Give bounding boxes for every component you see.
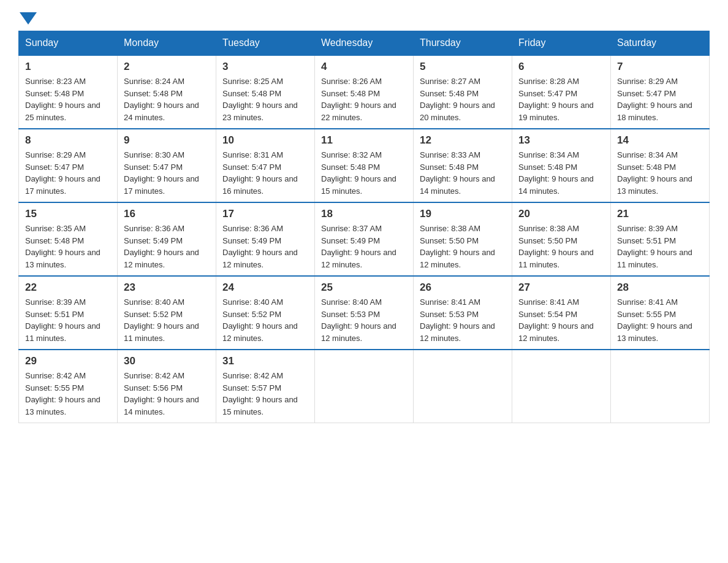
calendar-day-cell: 5 Sunrise: 8:27 AMSunset: 5:48 PMDayligh… xyxy=(414,55,512,129)
day-info: Sunrise: 8:28 AMSunset: 5:47 PMDaylight:… xyxy=(518,77,594,122)
calendar-day-cell: 18 Sunrise: 8:37 AMSunset: 5:49 PMDaylig… xyxy=(315,202,414,276)
day-info: Sunrise: 8:41 AMSunset: 5:53 PMDaylight:… xyxy=(420,297,495,343)
day-info: Sunrise: 8:23 AMSunset: 5:48 PMDaylight:… xyxy=(25,77,100,122)
calendar-week-row: 1 Sunrise: 8:23 AMSunset: 5:48 PMDayligh… xyxy=(19,55,710,129)
day-number: 21 xyxy=(617,208,703,220)
calendar-day-cell: 31 Sunrise: 8:42 AMSunset: 5:57 PMDaylig… xyxy=(216,350,315,423)
day-info: Sunrise: 8:39 AMSunset: 5:51 PMDaylight:… xyxy=(25,297,100,343)
day-info: Sunrise: 8:38 AMSunset: 5:50 PMDaylight:… xyxy=(420,224,495,269)
calendar-day-cell: 17 Sunrise: 8:36 AMSunset: 5:49 PMDaylig… xyxy=(216,202,315,276)
calendar-day-cell: 15 Sunrise: 8:35 AMSunset: 5:48 PMDaylig… xyxy=(19,202,118,276)
day-number: 20 xyxy=(518,208,604,220)
day-info: Sunrise: 8:36 AMSunset: 5:49 PMDaylight:… xyxy=(124,224,199,269)
calendar-day-cell: 19 Sunrise: 8:38 AMSunset: 5:50 PMDaylig… xyxy=(414,202,512,276)
day-number: 3 xyxy=(222,61,308,73)
calendar-day-cell: 21 Sunrise: 8:39 AMSunset: 5:51 PMDaylig… xyxy=(611,202,710,276)
day-number: 22 xyxy=(25,282,111,294)
calendar-day-cell: 14 Sunrise: 8:34 AMSunset: 5:48 PMDaylig… xyxy=(611,129,710,202)
calendar-week-row: 15 Sunrise: 8:35 AMSunset: 5:48 PMDaylig… xyxy=(19,202,710,276)
day-number: 9 xyxy=(124,134,210,147)
calendar-day-cell xyxy=(414,350,512,423)
day-number: 28 xyxy=(617,282,703,294)
day-info: Sunrise: 8:40 AMSunset: 5:52 PMDaylight:… xyxy=(124,297,199,343)
day-number: 4 xyxy=(321,61,407,73)
day-info: Sunrise: 8:38 AMSunset: 5:50 PMDaylight:… xyxy=(518,224,594,269)
day-info: Sunrise: 8:40 AMSunset: 5:53 PMDaylight:… xyxy=(321,297,396,343)
calendar-day-cell: 28 Sunrise: 8:41 AMSunset: 5:55 PMDaylig… xyxy=(611,276,710,350)
day-info: Sunrise: 8:42 AMSunset: 5:56 PMDaylight:… xyxy=(124,371,199,416)
day-info: Sunrise: 8:36 AMSunset: 5:49 PMDaylight:… xyxy=(222,224,298,269)
day-info: Sunrise: 8:39 AMSunset: 5:51 PMDaylight:… xyxy=(617,224,692,269)
day-number: 25 xyxy=(321,282,407,294)
day-number: 26 xyxy=(420,282,506,294)
day-info: Sunrise: 8:37 AMSunset: 5:49 PMDaylight:… xyxy=(321,224,396,269)
calendar-header-friday: Friday xyxy=(512,31,611,56)
calendar-header-sunday: Sunday xyxy=(19,31,118,56)
day-number: 24 xyxy=(222,282,308,294)
day-number: 6 xyxy=(518,61,604,73)
day-info: Sunrise: 8:25 AMSunset: 5:48 PMDaylight:… xyxy=(222,77,298,122)
day-number: 23 xyxy=(124,282,210,294)
calendar-day-cell xyxy=(315,350,414,423)
calendar-table: SundayMondayTuesdayWednesdayThursdayFrid… xyxy=(18,31,710,423)
day-number: 7 xyxy=(617,61,703,73)
day-info: Sunrise: 8:27 AMSunset: 5:48 PMDaylight:… xyxy=(420,77,495,122)
day-number: 19 xyxy=(420,208,506,220)
day-info: Sunrise: 8:32 AMSunset: 5:48 PMDaylight:… xyxy=(321,150,396,196)
logo-triangle-icon xyxy=(20,12,37,25)
calendar-day-cell: 13 Sunrise: 8:34 AMSunset: 5:48 PMDaylig… xyxy=(512,129,611,202)
day-number: 5 xyxy=(420,61,506,73)
day-info: Sunrise: 8:41 AMSunset: 5:55 PMDaylight:… xyxy=(617,297,692,343)
calendar-day-cell xyxy=(611,350,710,423)
day-number: 12 xyxy=(420,134,506,147)
calendar-day-cell: 16 Sunrise: 8:36 AMSunset: 5:49 PMDaylig… xyxy=(118,202,216,276)
calendar-day-cell: 25 Sunrise: 8:40 AMSunset: 5:53 PMDaylig… xyxy=(315,276,414,350)
calendar-header-row: SundayMondayTuesdayWednesdayThursdayFrid… xyxy=(19,31,710,56)
calendar-day-cell: 9 Sunrise: 8:30 AMSunset: 5:47 PMDayligh… xyxy=(118,129,216,202)
day-info: Sunrise: 8:34 AMSunset: 5:48 PMDaylight:… xyxy=(518,150,594,196)
calendar-day-cell xyxy=(512,350,611,423)
day-number: 14 xyxy=(617,134,703,147)
day-number: 10 xyxy=(222,134,308,147)
day-info: Sunrise: 8:35 AMSunset: 5:48 PMDaylight:… xyxy=(25,224,100,269)
calendar-day-cell: 12 Sunrise: 8:33 AMSunset: 5:48 PMDaylig… xyxy=(414,129,512,202)
day-number: 15 xyxy=(25,208,111,220)
day-number: 8 xyxy=(25,134,111,147)
day-info: Sunrise: 8:34 AMSunset: 5:48 PMDaylight:… xyxy=(617,150,692,196)
day-number: 17 xyxy=(222,208,308,220)
logo-blue-text xyxy=(18,12,37,25)
calendar-day-cell: 11 Sunrise: 8:32 AMSunset: 5:48 PMDaylig… xyxy=(315,129,414,202)
calendar-day-cell: 26 Sunrise: 8:41 AMSunset: 5:53 PMDaylig… xyxy=(414,276,512,350)
day-info: Sunrise: 8:42 AMSunset: 5:57 PMDaylight:… xyxy=(222,371,298,416)
calendar-day-cell: 1 Sunrise: 8:23 AMSunset: 5:48 PMDayligh… xyxy=(19,55,118,129)
day-number: 31 xyxy=(222,355,308,367)
calendar-day-cell: 30 Sunrise: 8:42 AMSunset: 5:56 PMDaylig… xyxy=(118,350,216,423)
day-info: Sunrise: 8:42 AMSunset: 5:55 PMDaylight:… xyxy=(25,371,100,416)
page-header xyxy=(18,12,710,25)
calendar-week-row: 8 Sunrise: 8:29 AMSunset: 5:47 PMDayligh… xyxy=(19,129,710,202)
calendar-header-thursday: Thursday xyxy=(414,31,512,56)
day-number: 18 xyxy=(321,208,407,220)
calendar-day-cell: 23 Sunrise: 8:40 AMSunset: 5:52 PMDaylig… xyxy=(118,276,216,350)
day-number: 16 xyxy=(124,208,210,220)
day-number: 11 xyxy=(321,134,407,147)
calendar-day-cell: 10 Sunrise: 8:31 AMSunset: 5:47 PMDaylig… xyxy=(216,129,315,202)
calendar-day-cell: 3 Sunrise: 8:25 AMSunset: 5:48 PMDayligh… xyxy=(216,55,315,129)
calendar-day-cell: 4 Sunrise: 8:26 AMSunset: 5:48 PMDayligh… xyxy=(315,55,414,129)
calendar-day-cell: 29 Sunrise: 8:42 AMSunset: 5:55 PMDaylig… xyxy=(19,350,118,423)
day-info: Sunrise: 8:26 AMSunset: 5:48 PMDaylight:… xyxy=(321,77,396,122)
calendar-day-cell: 2 Sunrise: 8:24 AMSunset: 5:48 PMDayligh… xyxy=(118,55,216,129)
day-number: 1 xyxy=(25,61,111,73)
logo xyxy=(18,12,37,25)
calendar-day-cell: 27 Sunrise: 8:41 AMSunset: 5:54 PMDaylig… xyxy=(512,276,611,350)
calendar-day-cell: 7 Sunrise: 8:29 AMSunset: 5:47 PMDayligh… xyxy=(611,55,710,129)
calendar-day-cell: 22 Sunrise: 8:39 AMSunset: 5:51 PMDaylig… xyxy=(19,276,118,350)
day-number: 2 xyxy=(124,61,210,73)
calendar-day-cell: 6 Sunrise: 8:28 AMSunset: 5:47 PMDayligh… xyxy=(512,55,611,129)
calendar-week-row: 29 Sunrise: 8:42 AMSunset: 5:55 PMDaylig… xyxy=(19,350,710,423)
day-info: Sunrise: 8:40 AMSunset: 5:52 PMDaylight:… xyxy=(222,297,298,343)
day-info: Sunrise: 8:41 AMSunset: 5:54 PMDaylight:… xyxy=(518,297,594,343)
calendar-week-row: 22 Sunrise: 8:39 AMSunset: 5:51 PMDaylig… xyxy=(19,276,710,350)
day-number: 27 xyxy=(518,282,604,294)
calendar-header-monday: Monday xyxy=(118,31,216,56)
